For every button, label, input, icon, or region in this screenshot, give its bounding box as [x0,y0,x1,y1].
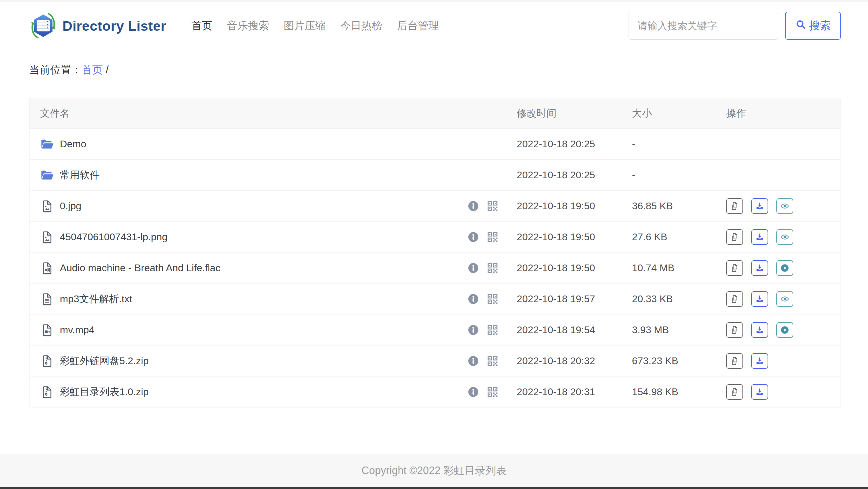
qrcode-icon[interactable] [487,200,499,212]
nav-item-hot-list[interactable]: 今日热榜 [340,19,382,33]
download-icon [755,356,764,366]
download-button[interactable] [751,384,768,400]
download-icon [755,263,764,273]
brand-name: Directory Lister [62,18,166,34]
copy-link-button[interactable] [726,291,743,307]
download-button[interactable] [751,229,768,245]
info-icon[interactable] [467,231,479,243]
file-name-link[interactable]: Demo [60,138,86,150]
file-size: 20.33 KB [632,293,721,305]
download-button[interactable] [751,322,768,338]
modified-time: 2022-10-18 20:32 [517,355,632,367]
file-name-link[interactable]: 彩虹目录列表1.0.zip [60,385,149,399]
copy-icon [730,263,739,273]
modified-time: 2022-10-18 19:50 [517,200,632,211]
table-row: 彩虹目录列表1.0.zip 2022-10-18 20:31 154.98 KB [30,376,841,407]
file-name-link[interactable]: 45047061007431-lp.png [60,231,167,242]
page-footer: Copyright ©2022 彩虹目录列表 [0,454,868,487]
breadcrumb-home-link[interactable]: 首页 [82,64,103,76]
preview-eye-button[interactable] [776,291,793,307]
nav-item-image-compress[interactable]: 图片压缩 [283,19,326,33]
copy-icon [730,294,739,304]
download-icon [755,387,764,397]
brand-hexagon-icon [29,10,57,41]
nav-item-music-search[interactable]: 音乐搜索 [227,19,269,33]
file-name-link[interactable]: mv.mp4 [60,324,94,336]
play-button[interactable] [776,322,793,338]
folder-icon [40,168,54,182]
download-button[interactable] [751,198,768,214]
header-size: 大小 [632,107,721,120]
preview-eye-button[interactable] [776,229,793,245]
file-table: 文件名 修改时间 大小 操作 Demo 2022-10-18 20:25 - 常… [29,98,841,407]
download-button[interactable] [751,353,768,369]
info-icon[interactable] [467,355,479,367]
file-size: 673.23 KB [632,355,721,367]
modified-time: 2022-10-18 19:50 [517,262,632,274]
qrcode-icon[interactable] [487,386,499,398]
file-size: 3.93 MB [632,324,721,336]
image-icon [40,199,54,213]
actions-cell [721,260,841,276]
info-icon[interactable] [467,386,479,398]
directory-lister-logo[interactable]: Directory Lister [29,10,166,41]
file-name-link[interactable]: mp3文件解析.txt [60,292,132,306]
qrcode-icon[interactable] [487,231,499,243]
file-name-link[interactable]: Audio machine - Breath And Life.flac [60,262,220,274]
qrcode-icon[interactable] [487,355,499,367]
copy-icon [730,387,739,397]
file-size: - [632,169,721,181]
text-icon [40,292,54,306]
copyright-text: Copyright ©2022 彩虹目录列表 [362,464,506,478]
play-icon [780,263,789,273]
top-header: Directory Lister 首页音乐搜索图片压缩今日热榜后台管理 搜索 [0,2,868,50]
file-size: 10.74 MB [632,262,721,274]
copy-link-button[interactable] [726,384,743,400]
file-name-link[interactable]: 彩虹外链网盘5.2.zip [60,354,149,368]
info-icon[interactable] [467,324,479,336]
actions-cell [721,384,841,400]
nav-item-admin[interactable]: 后台管理 [397,19,439,33]
download-icon [755,294,764,304]
table-row: 彩虹外链网盘5.2.zip 2022-10-18 20:32 673.23 KB [30,345,841,376]
download-button[interactable] [751,260,768,276]
main-nav: 首页音乐搜索图片压缩今日热榜后台管理 [191,19,439,33]
info-icon[interactable] [467,262,479,274]
table-row: Demo 2022-10-18 20:25 - [30,128,841,159]
video-icon [40,323,54,337]
table-row: mv.mp4 2022-10-18 19:54 3.93 MB [30,314,841,345]
preview-eye-button[interactable] [776,198,793,214]
modified-time: 2022-10-18 20:31 [517,386,632,398]
modified-time: 2022-10-18 19:50 [517,231,632,242]
search-button[interactable]: 搜索 [785,12,841,40]
qrcode-icon[interactable] [487,324,499,336]
copy-icon [730,325,739,335]
download-icon [755,232,764,242]
header-file-name: 文件名 [30,107,517,120]
eye-icon [780,201,789,211]
info-icon[interactable] [467,200,479,212]
search-input[interactable] [628,12,778,40]
actions-cell [721,353,841,369]
copy-link-button[interactable] [726,229,743,245]
file-name-link[interactable]: 常用软件 [60,168,99,182]
info-icon[interactable] [467,293,479,305]
download-button[interactable] [751,291,768,307]
copy-link-button[interactable] [726,198,743,214]
play-button[interactable] [776,260,793,276]
play-icon [780,325,789,335]
breadcrumb: 当前位置：首页 / [29,63,108,77]
actions-cell [721,198,841,214]
qrcode-icon[interactable] [487,293,499,305]
file-name-link[interactable]: 0.jpg [60,200,82,211]
qrcode-icon[interactable] [487,262,499,274]
nav-item-home[interactable]: 首页 [191,19,212,33]
copy-link-button[interactable] [726,260,743,276]
zip-icon [40,354,54,368]
download-icon [755,201,764,211]
file-size: 154.98 KB [632,386,721,398]
copy-link-button[interactable] [726,322,743,338]
table-row: 45047061007431-lp.png 2022-10-18 19:50 2… [30,221,841,252]
copy-link-button[interactable] [726,353,743,369]
modified-time: 2022-10-18 19:57 [517,293,632,305]
